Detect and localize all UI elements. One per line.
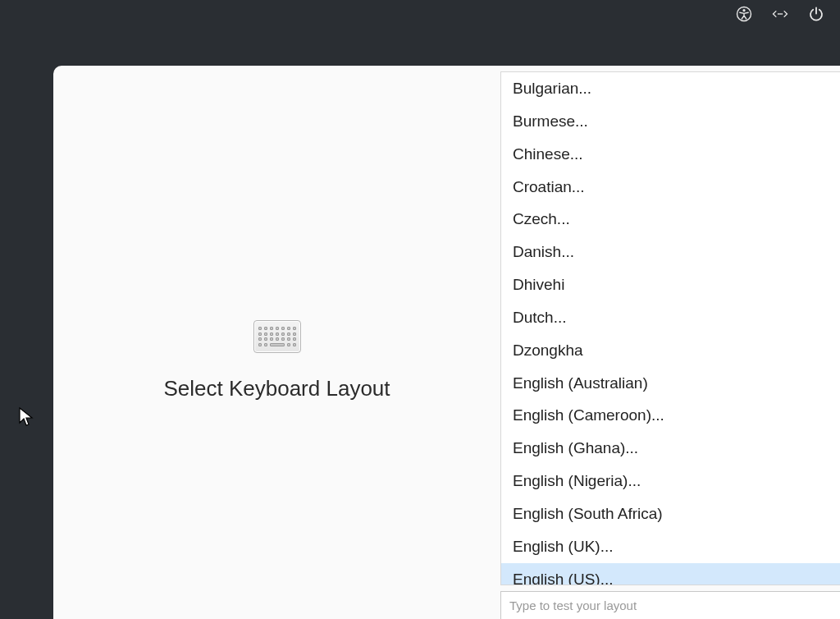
layout-option[interactable]: English (UK)...: [501, 530, 840, 563]
layout-option[interactable]: Croatian...: [501, 171, 840, 204]
layout-option[interactable]: English (Ghana)...: [501, 432, 840, 465]
layout-option[interactable]: English (Nigeria)...: [501, 465, 840, 497]
right-pane: Bulgarian...Burmese...Chinese...Croatian…: [500, 66, 840, 619]
test-input-wrap: [500, 591, 840, 619]
layout-option[interactable]: English (South Africa): [501, 497, 840, 530]
layout-option[interactable]: Dhivehi: [501, 268, 840, 301]
layout-option[interactable]: English (Australian): [501, 367, 840, 400]
test-layout-input[interactable]: [500, 591, 840, 619]
setup-panel: Select Keyboard Layout Bulgarian...Burme…: [53, 66, 840, 619]
accessibility-icon[interactable]: [735, 5, 753, 23]
top-bar: [735, 0, 840, 28]
input-source-icon[interactable]: [771, 5, 789, 23]
power-icon[interactable]: [807, 5, 825, 23]
layout-option[interactable]: Dutch...: [501, 301, 840, 334]
keyboard-layout-list[interactable]: Bulgarian...Burmese...Chinese...Croatian…: [500, 71, 840, 585]
left-pane: Select Keyboard Layout: [53, 66, 500, 619]
layout-option[interactable]: English (Cameroon)...: [501, 399, 840, 432]
layout-option[interactable]: Chinese...: [501, 138, 840, 171]
layout-option[interactable]: Czech...: [501, 203, 840, 236]
layout-option[interactable]: English (US)...: [501, 563, 840, 585]
layout-option[interactable]: Dzongkha: [501, 334, 840, 367]
svg-point-2: [778, 13, 779, 15]
layout-option[interactable]: Danish...: [501, 236, 840, 268]
layout-option[interactable]: Burmese...: [501, 105, 840, 138]
svg-point-1: [742, 9, 745, 11]
svg-point-4: [781, 13, 783, 15]
svg-point-3: [779, 13, 781, 15]
page-title: Select Keyboard Layout: [163, 376, 390, 401]
keyboard-icon: [253, 320, 301, 353]
mouse-cursor: [18, 406, 34, 428]
layout-option[interactable]: Bulgarian...: [501, 72, 840, 105]
